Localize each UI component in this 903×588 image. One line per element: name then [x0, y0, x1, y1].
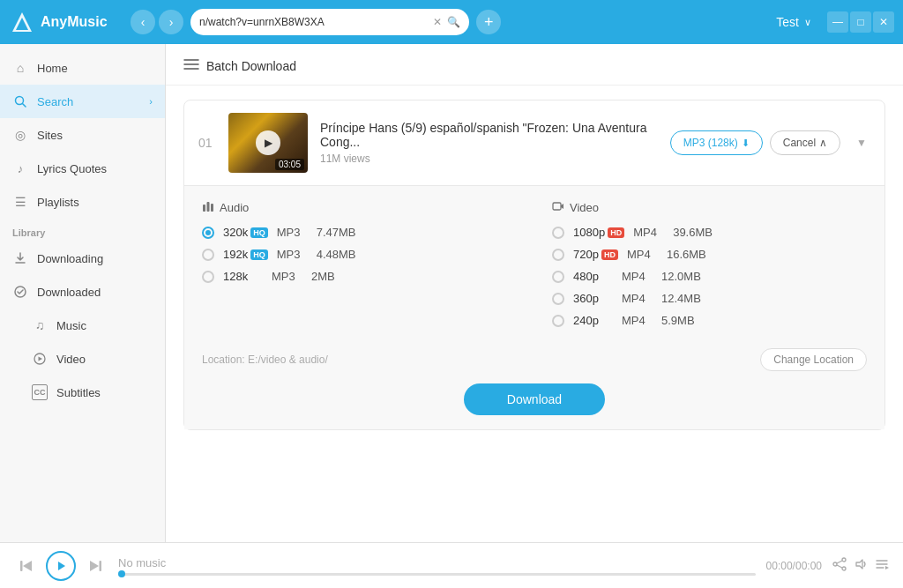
- sidebar-item-lyrics[interactable]: ♪ Lyrics Quotes: [0, 152, 165, 185]
- svg-line-25: [837, 565, 842, 568]
- player-right-buttons: [832, 557, 889, 575]
- audio-quality-0: 320kHQ: [223, 226, 268, 239]
- minimize-button[interactable]: —: [827, 11, 848, 33]
- audio-radio-2[interactable]: [202, 271, 214, 283]
- audio-quality-2: 128k: [223, 270, 263, 283]
- track-dropdown-icon[interactable]: ▼: [853, 133, 870, 153]
- search-icon: [12, 93, 28, 109]
- sidebar-item-subtitles-label: Subtitles: [56, 386, 153, 399]
- sidebar: ⌂ Home Search › ◎ Sites ♪ Lyrics Quotes …: [0, 44, 166, 542]
- video-quality-0: 1080pHD: [573, 226, 624, 239]
- url-close-icon[interactable]: ✕: [433, 16, 442, 28]
- queue-button[interactable]: [875, 557, 889, 575]
- sidebar-item-downloaded[interactable]: Downloaded: [0, 275, 165, 309]
- video-format-row-0[interactable]: 1080pHD MP4 39.6MB: [552, 226, 867, 239]
- audio-col-icon: [202, 200, 214, 215]
- main-layout: ⌂ Home Search › ◎ Sites ♪ Lyrics Quotes …: [0, 44, 903, 542]
- video-format-row-3[interactable]: 360p MP4 12.4MB: [552, 292, 867, 305]
- library-section-label: Library: [0, 219, 165, 242]
- audio-format-row-2[interactable]: 128k MP3 2MB: [202, 270, 517, 283]
- user-chevron-icon[interactable]: ∨: [804, 17, 811, 28]
- track-number: 01: [198, 136, 216, 150]
- svg-point-23: [842, 567, 846, 570]
- svg-marker-18: [58, 562, 65, 570]
- format-columns: Audio 320kHQ MP3 7.47MB 192kHQ MP3: [202, 200, 867, 336]
- location-row: Location: E:/video & audio/ Change Locat…: [202, 339, 867, 375]
- download-button[interactable]: Download: [464, 383, 605, 415]
- next-button[interactable]: [83, 554, 108, 578]
- cancel-button[interactable]: Cancel ∧: [770, 130, 840, 155]
- change-location-button[interactable]: Change Location: [760, 348, 867, 371]
- sidebar-item-downloaded-label: Downloaded: [37, 286, 153, 299]
- player-time: 00:00/00:00: [766, 560, 822, 572]
- player-progress-dot: [118, 570, 125, 577]
- sidebar-item-video[interactable]: Video: [0, 342, 165, 376]
- window-controls: — □ ✕: [827, 11, 894, 33]
- audio-col-label: Audio: [220, 201, 249, 214]
- url-text: n/watch?v=unrnXB8W3XA: [199, 16, 428, 28]
- sidebar-item-search[interactable]: Search ›: [0, 85, 165, 118]
- format-panel: Audio 320kHQ MP3 7.47MB 192kHQ MP3: [184, 185, 884, 429]
- video-header: Video: [552, 200, 867, 215]
- audio-format-column: Audio 320kHQ MP3 7.47MB 192kHQ MP3: [202, 200, 517, 336]
- video-radio-1[interactable]: [552, 249, 564, 261]
- audio-type-2: MP3: [272, 270, 302, 283]
- video-format-column: Video 1080pHD MP4 39.6MB 720pHD MP4: [552, 200, 867, 336]
- volume-button[interactable]: [854, 557, 868, 575]
- audio-size-0: 7.47MB: [317, 226, 365, 239]
- sidebar-item-playlists[interactable]: ☰ Playlists: [0, 185, 165, 219]
- downloading-icon: [12, 250, 28, 266]
- track-info: Príncipe Hans (5/9) español/spanish "Fro…: [320, 121, 658, 165]
- audio-format-row-1[interactable]: 192kHQ MP3 4.48MB: [202, 248, 517, 261]
- svg-point-22: [833, 562, 837, 566]
- video-type-1: MP4: [627, 248, 658, 261]
- share-button[interactable]: [832, 557, 847, 575]
- audio-radio-0[interactable]: [202, 227, 214, 239]
- player-controls: [14, 551, 108, 581]
- close-button[interactable]: ✕: [873, 11, 894, 33]
- lyrics-icon: ♪: [12, 160, 28, 176]
- video-type-3: MP4: [622, 292, 653, 305]
- sidebar-item-playlists-label: Playlists: [37, 196, 153, 209]
- hq-badge-1: HQ: [250, 249, 268, 260]
- sidebar-item-music-label: Music: [56, 319, 153, 332]
- sidebar-item-sites[interactable]: ◎ Sites: [0, 118, 165, 152]
- audio-header: Audio: [202, 200, 517, 215]
- track-duration: 03:05: [275, 159, 304, 170]
- back-button[interactable]: ‹: [131, 10, 155, 34]
- play-button[interactable]: [46, 551, 76, 581]
- sidebar-item-home[interactable]: ⌂ Home: [0, 51, 165, 85]
- prev-button[interactable]: [14, 554, 39, 578]
- location-text: Location: E:/video & audio/: [202, 354, 328, 366]
- sidebar-item-subtitles[interactable]: CC Subtitles: [0, 376, 165, 409]
- sidebar-item-downloading[interactable]: Downloading: [0, 242, 165, 275]
- batch-download-title: Batch Download: [206, 59, 296, 73]
- app-header: AnyMusic ‹ › n/watch?v=unrnXB8W3XA ✕ 🔍 +…: [0, 0, 903, 44]
- hq-badge-0: HQ: [250, 227, 268, 238]
- home-icon: ⌂: [12, 60, 28, 76]
- audio-format-row-0[interactable]: 320kHQ MP3 7.47MB: [202, 226, 517, 239]
- audio-quality-1: 192kHQ: [223, 248, 268, 261]
- video-format-row-1[interactable]: 720pHD MP4 16.6MB: [552, 248, 867, 261]
- sidebar-item-lyrics-label: Lyrics Quotes: [37, 162, 153, 175]
- sidebar-chevron-icon: ›: [149, 96, 153, 107]
- video-format-row-2[interactable]: 480p MP4 12.0MB: [552, 270, 867, 283]
- video-radio-4[interactable]: [552, 315, 564, 327]
- video-radio-2[interactable]: [552, 271, 564, 283]
- svg-marker-19: [90, 561, 99, 571]
- video-radio-0[interactable]: [552, 227, 564, 239]
- video-format-row-4[interactable]: 240p MP4 5.9MB: [552, 314, 867, 327]
- add-tab-button[interactable]: +: [476, 10, 501, 34]
- url-bar[interactable]: n/watch?v=unrnXB8W3XA ✕ 🔍: [190, 9, 469, 35]
- video-quality-4: 240p: [573, 314, 613, 327]
- maximize-button[interactable]: □: [850, 11, 871, 33]
- audio-radio-1[interactable]: [202, 249, 214, 261]
- video-radio-3[interactable]: [552, 293, 564, 305]
- sidebar-item-label: Home: [37, 62, 153, 75]
- sidebar-item-music[interactable]: ♫ Music: [0, 309, 165, 342]
- play-overlay-icon[interactable]: ▶: [256, 130, 280, 155]
- svg-rect-20: [100, 561, 102, 571]
- forward-button[interactable]: ›: [159, 10, 183, 34]
- format-select-button[interactable]: MP3 (128k) ⬇: [670, 130, 763, 155]
- player-progress-bar[interactable]: [118, 573, 756, 576]
